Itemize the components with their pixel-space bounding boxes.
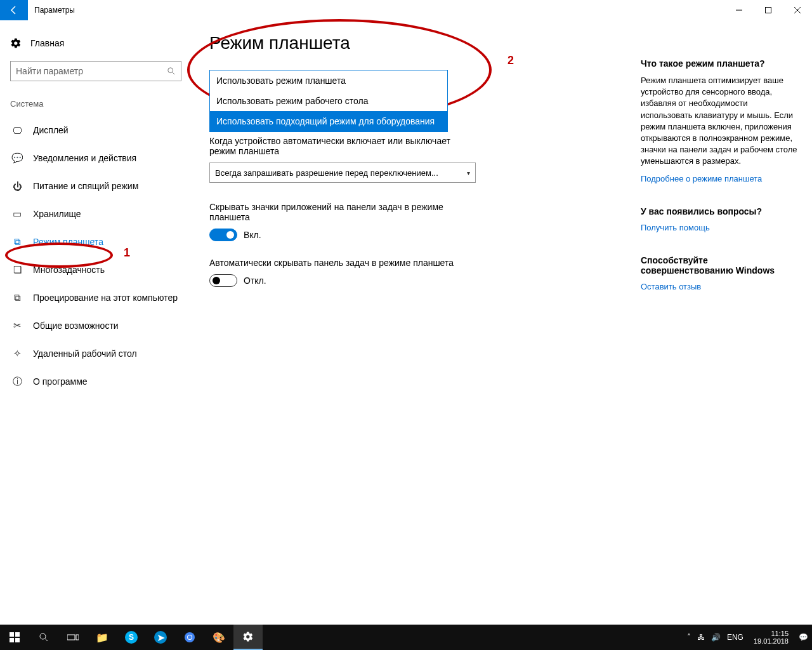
search-placeholder: Найти параметр xyxy=(16,66,83,76)
nav-tablet-mode[interactable]: ⧉Режим планшета xyxy=(10,228,197,256)
svg-rect-7 xyxy=(15,632,20,637)
annotation-number-1: 1 xyxy=(124,246,130,260)
taskbar-skype[interactable]: S xyxy=(117,625,146,650)
hide-icons-toggle[interactable] xyxy=(209,229,237,241)
svg-point-16 xyxy=(188,635,192,639)
svg-rect-1 xyxy=(766,8,771,13)
nav-label: Уведомления и действия xyxy=(33,153,136,163)
questions-heading: У вас появились вопросы? xyxy=(641,206,799,216)
dropdown-option-desktop[interactable]: Использовать режим рабочего стола xyxy=(210,91,447,111)
nav-projecting[interactable]: ⧉Проецирование на этот компьютер xyxy=(10,284,197,312)
taskbar-telegram[interactable]: ➤ xyxy=(146,625,175,650)
svg-rect-13 xyxy=(76,635,79,640)
window-title: Параметры xyxy=(28,6,75,15)
home-link[interactable]: Главная xyxy=(10,30,197,56)
project-icon: ⧉ xyxy=(11,292,23,303)
tray-chevron-icon[interactable]: ˄ xyxy=(687,633,691,642)
taskbar-paint[interactable]: 🎨 xyxy=(204,625,233,650)
nav-label: Режим планшета xyxy=(33,237,103,247)
storage-icon: ▭ xyxy=(11,208,23,220)
multitask-icon: ❏ xyxy=(11,264,23,275)
tray-time: 11:15 xyxy=(754,630,789,637)
home-label: Главная xyxy=(30,38,64,48)
svg-point-4 xyxy=(168,68,173,73)
tray-network-icon[interactable]: 🖧 xyxy=(697,633,705,642)
search-icon xyxy=(167,67,176,76)
nav-remote[interactable]: ✧Удаленный рабочий стол xyxy=(10,340,197,368)
taskbar-explorer[interactable]: 📁 xyxy=(88,625,117,650)
svg-point-10 xyxy=(40,633,46,639)
auto-switch-value: Всегда запрашивать разрешение перед пере… xyxy=(215,168,438,178)
annotation-number-2: 2 xyxy=(508,54,514,67)
maximize-button[interactable] xyxy=(754,0,783,20)
nav-storage[interactable]: ▭Хранилище xyxy=(10,200,197,228)
svg-line-5 xyxy=(173,72,175,75)
learn-more-link[interactable]: Подробнее о режиме планшета xyxy=(641,174,799,183)
nav-shared[interactable]: ✂Общие возможности xyxy=(10,312,197,340)
nav-notifications[interactable]: 💬Уведомления и действия xyxy=(10,144,197,172)
section-title: Система xyxy=(10,99,197,109)
nav-display[interactable]: 🖵Дисплей xyxy=(10,116,197,144)
hide-taskbar-label: Автоматически скрывать панель задач в ре… xyxy=(209,258,476,268)
message-icon: 💬 xyxy=(11,152,23,164)
nav-label: Дисплей xyxy=(33,125,69,135)
tray-clock[interactable]: 11:15 19.01.2018 xyxy=(750,630,792,645)
feedback-link[interactable]: Оставить отзыв xyxy=(641,282,799,291)
tray-volume-icon[interactable]: 🔊 xyxy=(711,633,721,642)
titlebar: Параметры xyxy=(0,0,812,20)
tablet-icon: ⧉ xyxy=(11,236,23,248)
back-button[interactable] xyxy=(0,0,28,20)
display-icon: 🖵 xyxy=(11,125,23,136)
minimize-button[interactable] xyxy=(724,0,754,20)
svg-rect-12 xyxy=(67,635,75,640)
info-text: Режим планшета оптимизирует ваше устройс… xyxy=(641,75,799,168)
start-button[interactable] xyxy=(0,625,29,650)
taskbar: 📁 S ➤ 🎨 ˄ 🖧 🔊 ENG 11:15 19.01.2018 💬 xyxy=(0,625,812,650)
nav-about[interactable]: ⓘО программе xyxy=(10,368,197,395)
tray-action-center-icon[interactable]: 💬 xyxy=(799,633,808,642)
nav-list: 🖵Дисплей 💬Уведомления и действия ⏻Питани… xyxy=(10,116,197,395)
auto-switch-label: Когда устройство автоматически включает … xyxy=(209,136,476,156)
signin-mode-dropdown[interactable]: Использовать режим планшета Использовать… xyxy=(209,70,448,132)
info-heading: Что такое режим планшета? xyxy=(641,58,799,69)
right-panel: Что такое режим планшета? Режим планшета… xyxy=(641,20,812,625)
nav-power[interactable]: ⏻Питание и спящий режим xyxy=(10,172,197,200)
taskbar-settings[interactable] xyxy=(233,625,263,650)
svg-rect-8 xyxy=(10,638,14,642)
nav-label: Хранилище xyxy=(33,209,81,219)
nav-label: О программе xyxy=(33,376,88,387)
feedback-heading: Способствуйте совершенствованию Windows xyxy=(641,255,799,275)
auto-switch-select[interactable]: Всегда запрашивать разрешение перед пере… xyxy=(209,162,476,183)
power-icon: ⏻ xyxy=(11,181,23,192)
chevron-down-icon: ▾ xyxy=(467,169,470,176)
svg-rect-9 xyxy=(15,638,20,642)
hide-icons-state: Вкл. xyxy=(244,230,261,240)
content-area: Режим планшета Использовать режим планше… xyxy=(197,20,641,625)
svg-rect-6 xyxy=(10,632,14,637)
dropdown-option-hardware[interactable]: Использовать подходящий режим для оборуд… xyxy=(210,111,447,131)
task-view-button[interactable] xyxy=(58,625,88,650)
remote-icon: ✧ xyxy=(11,348,23,359)
get-help-link[interactable]: Получить помощь xyxy=(641,223,799,232)
dropdown-option-tablet[interactable]: Использовать режим планшета xyxy=(210,70,447,91)
close-button[interactable] xyxy=(783,0,812,20)
nav-label: Общие возможности xyxy=(33,321,119,331)
nav-label: Питание и спящий режим xyxy=(33,181,138,191)
info-icon: ⓘ xyxy=(11,376,23,388)
taskbar-chrome[interactable] xyxy=(175,625,204,650)
system-tray: ˄ 🖧 🔊 ENG 11:15 19.01.2018 💬 xyxy=(687,630,812,645)
share-icon: ✂ xyxy=(11,320,23,331)
gear-icon xyxy=(10,37,22,49)
svg-line-11 xyxy=(45,639,48,641)
nav-label: Многозадачность xyxy=(33,265,105,275)
tray-language[interactable]: ENG xyxy=(727,633,743,642)
nav-label: Удаленный рабочий стол xyxy=(33,348,137,359)
hide-taskbar-toggle[interactable] xyxy=(209,274,237,287)
nav-label: Проецирование на этот компьютер xyxy=(33,293,178,303)
page-title: Режим планшета xyxy=(209,33,628,53)
window-controls xyxy=(724,0,812,20)
search-button[interactable] xyxy=(29,625,58,650)
nav-multitasking[interactable]: ❏Многозадачность xyxy=(10,256,197,284)
sidebar: Главная Найти параметр Система 🖵Дисплей … xyxy=(0,20,197,625)
search-input[interactable]: Найти параметр xyxy=(10,61,181,81)
